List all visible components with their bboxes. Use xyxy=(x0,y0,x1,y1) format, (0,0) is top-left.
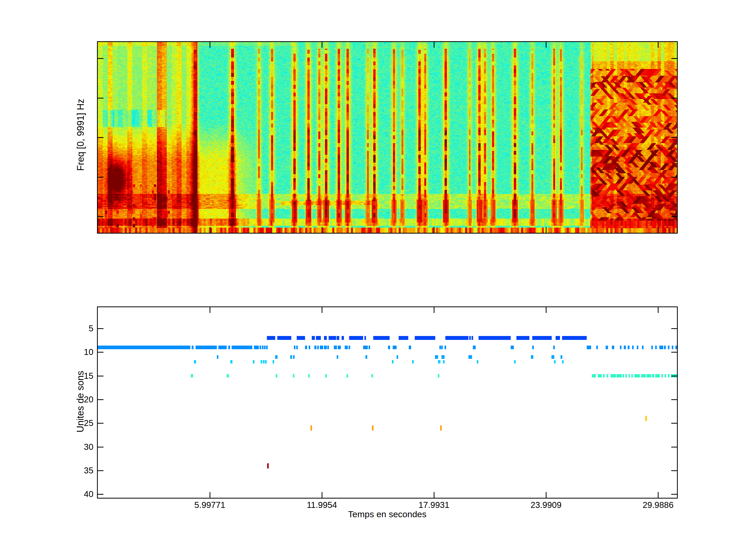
y-tick-label: 35 xyxy=(60,465,93,476)
raster-xlabel: Temps en secondes xyxy=(283,509,491,519)
x-tick-label: 5.99771 xyxy=(181,500,238,510)
y-tick-label: 5 xyxy=(60,323,93,334)
y-tick-label: 15 xyxy=(60,371,93,381)
spectrogram-frame xyxy=(97,41,678,234)
x-tick-label: 11.9954 xyxy=(293,500,351,510)
spectrogram-canvas xyxy=(98,42,677,233)
y-tick-label: 25 xyxy=(60,418,93,428)
spectrogram-ylabel: Freq [0, 9991] Hz xyxy=(75,99,86,171)
y-tick-label: 20 xyxy=(60,394,93,405)
x-tick-label: 29.9886 xyxy=(629,500,687,510)
raster-canvas xyxy=(98,307,677,498)
raster-frame xyxy=(97,306,678,499)
y-tick-label: 40 xyxy=(60,489,93,499)
x-tick-label: 23.9909 xyxy=(517,500,574,510)
matlab-figure: { "figure": {"background": "#ffffff"}, "… xyxy=(0,0,747,560)
x-tick-label: 17.9931 xyxy=(405,500,462,510)
y-tick-label: 10 xyxy=(60,347,93,357)
y-tick-label: 30 xyxy=(60,442,93,452)
